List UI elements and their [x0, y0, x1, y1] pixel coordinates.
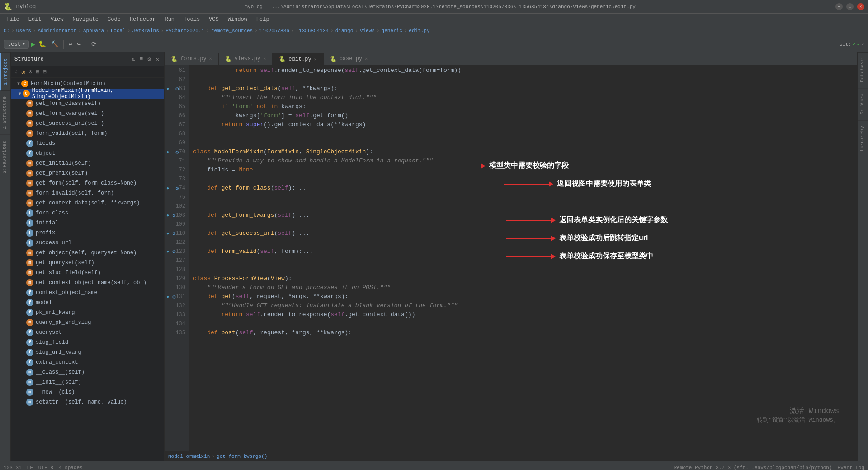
collapse-btn[interactable]: ⊟ — [42, 67, 47, 76]
breadcrumb-item[interactable]: AppData — [83, 28, 104, 33]
tree-item-slugurlkwarg[interactable]: f slug_url_kwarg — [11, 347, 164, 357]
breadcrumb-item[interactable]: Local — [111, 28, 126, 33]
tree-item-getcontextdata[interactable]: m get_context_data(self, **kwargs) — [11, 198, 164, 208]
breadcrumb-item[interactable]: django — [335, 28, 354, 33]
filter-btn[interactable]: ⊙ — [28, 67, 33, 76]
code-content[interactable]: return self.render_to_response(self.get_… — [189, 65, 857, 451]
sidebar-collapse-btn[interactable]: ≡ — [138, 56, 145, 63]
status-encoding[interactable]: UTF-8 — [38, 465, 53, 470]
breadcrumb-item[interactable]: generic — [382, 28, 402, 33]
sync-button[interactable]: ⟳ — [90, 39, 98, 49]
run-button[interactable]: ▶ — [31, 40, 35, 49]
minimize-button[interactable]: ─ — [835, 3, 843, 10]
tree-item-getqueryset[interactable]: m get_queryset(self) — [11, 258, 164, 268]
tree-item-successurl[interactable]: f success_url — [11, 238, 164, 248]
bp-icon[interactable]: ● — [166, 294, 169, 299]
menu-item-view[interactable]: View — [46, 15, 68, 24]
menu-item-help[interactable]: Help — [252, 15, 274, 24]
bp-icon[interactable]: ● — [166, 213, 169, 218]
sort-alpha-btn[interactable]: ↕ — [14, 67, 19, 76]
breadcrumb-item[interactable]: Users — [16, 28, 31, 33]
tree-item-getobject[interactable]: m get_object(self, queryset=None) — [11, 248, 164, 258]
tree-item-getformclass[interactable]: m get_form_class(self) — [11, 99, 164, 109]
breadcrumb-item[interactable]: JetBrains — [132, 28, 159, 33]
menu-item-tools[interactable]: Tools — [179, 15, 204, 24]
menu-item-window[interactable]: Window — [223, 15, 252, 24]
menu-item-code[interactable]: Code — [103, 15, 125, 24]
close-tab-icon[interactable]: ✕ — [365, 56, 368, 62]
tree-item-initial[interactable]: f initial — [11, 218, 164, 228]
breadcrumb-item[interactable]: remote_sources — [211, 28, 253, 33]
breadcrumb-item[interactable]: 1102057836 — [259, 28, 289, 33]
breadcrumb-item[interactable]: views — [360, 28, 375, 33]
tree-item-extracontext[interactable]: f extra_context — [11, 357, 164, 367]
build-button[interactable]: 🔨 — [49, 39, 60, 49]
tree-item-forminvalid[interactable]: m form_invalid(self, form) — [11, 188, 164, 198]
breadcrumb-item[interactable]: Administrator — [38, 28, 76, 33]
tree-item-formvalid[interactable]: m form_valid(self, form) — [11, 128, 164, 138]
sidebar-settings-btn[interactable]: ⚙ — [146, 56, 152, 63]
tree-item-modelformmixin[interactable]: ▼ C ModelFormMixin(FormMixin, SingleObje… — [11, 89, 164, 99]
tree-item-queryset[interactable]: f queryset — [11, 328, 164, 337]
code-editor[interactable]: 61 62 ● ⚙ 63 64 65 66 67 68 69 ● ⚙ 70 71 — [165, 65, 857, 451]
ed-bread-modelformmixin[interactable]: ModelFormMixin — [168, 454, 210, 459]
sort-visibility-btn[interactable]: ◎ — [21, 67, 26, 76]
bp-icon[interactable]: ● — [166, 186, 169, 191]
tree-item-pkurlkwarg[interactable]: f pk_url_kwarg — [11, 308, 164, 318]
tree-item-getcontextobjectname[interactable]: m get_context_object_name(self, obj) — [11, 278, 164, 288]
breadcrumb-item[interactable]: PyCharm2020.1 — [165, 28, 204, 33]
tree-item-model[interactable]: f model — [11, 298, 164, 308]
expand-btn[interactable]: ⊞ — [35, 67, 40, 76]
tree-item-init[interactable]: m __init__(self) — [11, 377, 164, 387]
breadcrumb-item[interactable]: C: — [4, 28, 9, 33]
sidebar-sort-btn[interactable]: ⇅ — [130, 56, 137, 63]
run-config-selector[interactable]: test ▼ — [4, 40, 29, 49]
bp-icon[interactable]: ● — [166, 249, 169, 254]
tree-item-contextobjectname[interactable]: f context_object_name — [11, 288, 164, 298]
menu-item-file[interactable]: File — [2, 15, 24, 24]
tab-viewspy[interactable]: 🐍 views.py ✕ — [219, 53, 273, 65]
menu-item-navigate[interactable]: Navigate — [68, 15, 103, 24]
tree-item-getprefix[interactable]: m get_prefix(self) — [11, 168, 164, 178]
tree-item-getinitial[interactable]: m get_initial(self) — [11, 158, 164, 168]
bp-icon[interactable]: ● — [166, 231, 169, 236]
left-tab-structure[interactable]: 1:Project — [0, 52, 10, 90]
tab-basepy[interactable]: 🐍 base.py ✕ — [324, 53, 374, 65]
tree-item-slugfield[interactable]: f slug_field — [11, 337, 164, 347]
right-tab-database[interactable]: Database — [858, 52, 868, 88]
ed-bread-getformkwargs[interactable]: get_form_kwargs() — [217, 454, 267, 459]
menu-item-vcs[interactable]: VCS — [204, 15, 223, 24]
undo-button[interactable]: ↩ — [67, 39, 74, 49]
tab-formspy[interactable]: 🐍 forms.py ✕ — [165, 53, 219, 65]
status-lineendings[interactable]: LF — [27, 465, 33, 470]
tree-item-class[interactable]: m __class__(self) — [11, 367, 164, 377]
close-button[interactable]: ✕ — [857, 3, 864, 10]
bp-icon[interactable]: ● — [166, 86, 169, 91]
tree-item-setattr[interactable]: m setattr__(self, name, value) — [11, 397, 164, 407]
tree-item-getsuccessurl[interactable]: m get_success_url(self) — [11, 119, 164, 128]
tree-item-getformkwargs[interactable]: m get_form_kwargs(self) — [11, 109, 164, 119]
close-tab-icon[interactable]: ✕ — [209, 56, 212, 62]
right-tab-hierarchy[interactable]: Hierarchy — [858, 120, 868, 158]
close-tab-icon[interactable]: ✕ — [263, 56, 266, 62]
run-config-dropdown-icon[interactable]: ▼ — [23, 42, 25, 47]
tree-item-new[interactable]: m __new__(cls) — [11, 387, 164, 397]
menu-item-refactor[interactable]: Refactor — [125, 15, 160, 24]
status-event-log[interactable]: Event Log — [838, 465, 864, 470]
tree-item-object[interactable]: f object — [11, 148, 164, 158]
breadcrumb-item[interactable]: edit.py — [409, 28, 429, 33]
menu-item-run[interactable]: Run — [160, 15, 179, 24]
maximize-button[interactable]: □ — [846, 3, 854, 10]
right-tab-sciview[interactable]: SciView — [858, 88, 868, 120]
left-tab-z-structure[interactable]: Z-Structure — [0, 90, 10, 135]
tab-editpy[interactable]: 🐍 edit.py ✕ — [273, 53, 323, 65]
tree-item-getform[interactable]: m get_form(self, form_class=None) — [11, 178, 164, 188]
sidebar-close-btn[interactable]: ✕ — [154, 56, 160, 63]
breadcrumb-item[interactable]: -1356854134 — [296, 28, 329, 33]
redo-button[interactable]: ↪ — [75, 39, 82, 49]
debug-button[interactable]: 🐛 — [37, 39, 47, 49]
menu-item-edit[interactable]: Edit — [24, 15, 46, 24]
tree-item-formclass[interactable]: f form_class — [11, 208, 164, 218]
close-tab-icon[interactable]: ✕ — [314, 57, 317, 62]
tree-item-fields[interactable]: f fields — [11, 138, 164, 148]
